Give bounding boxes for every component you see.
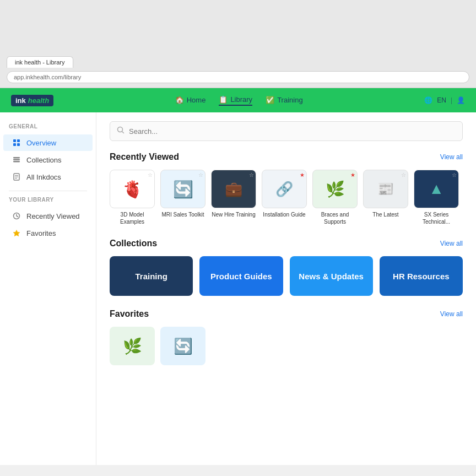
training-icon: ✅ bbox=[266, 96, 274, 104]
logo[interactable]: ink health bbox=[11, 95, 53, 106]
collections-icon bbox=[12, 155, 21, 164]
doc-thumb-installation: 🔗 ★ bbox=[262, 170, 307, 208]
nav-library[interactable]: 📋 Library bbox=[219, 95, 252, 106]
doc-label-installation: Installation Guide bbox=[263, 211, 305, 218]
svg-rect-1 bbox=[17, 139, 20, 142]
doc-thumb-braces: 🌿 ★ bbox=[312, 170, 358, 208]
doc-thumb-the-latest: 📰 ☆ bbox=[363, 170, 408, 208]
favorites-view-all[interactable]: View all bbox=[440, 310, 463, 318]
collections-grid: Training Product Guides News & Updates H… bbox=[110, 256, 463, 296]
svg-marker-12 bbox=[13, 230, 20, 236]
svg-rect-5 bbox=[13, 159, 20, 161]
svg-rect-0 bbox=[13, 139, 16, 142]
globe-icon: 🌐 bbox=[424, 96, 432, 104]
your-library-label: Your Library bbox=[0, 197, 96, 207]
favorites-icon bbox=[12, 229, 21, 237]
lang-label[interactable]: EN bbox=[437, 96, 446, 104]
sidebar-item-all-inkdocs[interactable]: All Inkdocs bbox=[3, 169, 93, 185]
collection-news-updates[interactable]: News & Updates bbox=[290, 256, 373, 296]
sidebar-item-overview[interactable]: Overview bbox=[3, 134, 93, 151]
star-btn-braces[interactable]: ★ bbox=[350, 172, 355, 178]
fav-card-2[interactable]: 🔄 bbox=[160, 327, 205, 365]
favorites-header: Favorites View all bbox=[110, 309, 463, 319]
svg-rect-2 bbox=[13, 143, 16, 146]
recently-viewed-view-all[interactable]: View all bbox=[440, 153, 463, 161]
doc-card-braces[interactable]: 🌿 ★ Braces and Supports bbox=[312, 170, 358, 225]
collection-training[interactable]: Training bbox=[110, 256, 193, 296]
recently-viewed-icon bbox=[12, 212, 21, 220]
doc-label-new-hire: New Hire Training bbox=[212, 211, 255, 218]
search-input[interactable] bbox=[129, 127, 456, 136]
nav-home-label: Home bbox=[187, 96, 206, 104]
doc-thumb-3d-model: 🫀 ☆ bbox=[110, 170, 155, 208]
favorites-title: Favorites bbox=[110, 309, 149, 319]
browser-tab[interactable]: ink health - Library bbox=[7, 56, 73, 68]
doc-card-sx-series[interactable]: ▲ ☆ SX Series Technical... bbox=[414, 170, 459, 225]
nav-right: 🌐 EN | 👤 bbox=[424, 96, 465, 104]
browser-chrome: ink health - Library app.inkhealth.com/l… bbox=[0, 0, 476, 88]
logo-ink: ink bbox=[15, 96, 26, 105]
doc-label-sx-series: SX Series Technical... bbox=[414, 211, 458, 225]
star-btn-installation[interactable]: ★ bbox=[300, 172, 305, 178]
star-btn-sx-series[interactable]: ☆ bbox=[452, 172, 457, 178]
nav-training-label: Training bbox=[277, 96, 302, 104]
content-area: Recently Viewed View all 🫀 ☆ 3D Model Ex… bbox=[96, 112, 476, 465]
logo-health: health bbox=[28, 96, 49, 105]
sidebar-divider bbox=[9, 191, 87, 191]
recently-viewed-header: Recently Viewed View all bbox=[110, 152, 463, 162]
sidebar-item-recently-viewed[interactable]: Recently Viewed bbox=[3, 208, 93, 224]
general-section-label: General bbox=[0, 123, 96, 134]
star-btn-3d-model[interactable]: ☆ bbox=[148, 172, 153, 178]
star-btn-the-latest[interactable]: ☆ bbox=[401, 172, 406, 178]
all-inkdocs-label: All Inkdocs bbox=[26, 173, 61, 181]
collections-title: Collections bbox=[110, 239, 157, 248]
sidebar-item-favorites[interactable]: Favorites bbox=[3, 225, 93, 241]
fav-card-1[interactable]: 🌿 bbox=[110, 327, 155, 365]
svg-line-14 bbox=[122, 132, 124, 133]
nav-home[interactable]: 🏠 Home bbox=[175, 96, 206, 105]
doc-thumb-new-hire: 💼 ☆ bbox=[211, 170, 256, 208]
home-icon: 🏠 bbox=[175, 96, 184, 104]
doc-label-braces: Braces and Supports bbox=[313, 211, 357, 225]
doc-label-3d-model: 3D Model Examples bbox=[110, 211, 154, 225]
doc-label-the-latest: The Latest bbox=[372, 211, 398, 218]
doc-thumb-mri-sales: 🔄 ☆ bbox=[160, 170, 205, 208]
search-container bbox=[110, 121, 463, 141]
favorites-label: Favorites bbox=[26, 229, 56, 237]
library-icon: 📋 bbox=[219, 95, 228, 104]
collections-section: Collections View all Training Product Gu… bbox=[110, 239, 463, 296]
user-icon[interactable]: 👤 bbox=[457, 96, 465, 104]
nav-links: 🏠 Home 📋 Library ✅ Training bbox=[175, 95, 303, 106]
doc-card-mri-sales[interactable]: 🔄 ☆ MRI Sales Toolkit bbox=[160, 170, 205, 225]
browser-tabs: ink health - Library bbox=[7, 56, 469, 68]
sidebar-item-collections[interactable]: Collections bbox=[3, 152, 93, 168]
svg-rect-3 bbox=[17, 143, 20, 146]
doc-thumb-sx-series: ▲ ☆ bbox=[414, 170, 459, 208]
svg-rect-6 bbox=[13, 161, 20, 163]
address-bar[interactable]: app.inkhealth.com/library bbox=[7, 71, 469, 83]
doc-label-mri-sales: MRI Sales Toolkit bbox=[161, 211, 204, 218]
star-btn-mri-sales[interactable]: ☆ bbox=[198, 172, 203, 178]
collections-label: Collections bbox=[26, 156, 62, 164]
collection-hr-resources[interactable]: HR Resources bbox=[380, 256, 463, 296]
recently-viewed-title: Recently Viewed bbox=[110, 152, 179, 162]
doc-card-installation[interactable]: 🔗 ★ Installation Guide bbox=[262, 170, 307, 225]
collections-view-all[interactable]: View all bbox=[440, 240, 463, 247]
main-layout: General Overview Collections bbox=[0, 112, 476, 465]
doc-card-new-hire[interactable]: 💼 ☆ New Hire Training bbox=[211, 170, 256, 225]
all-inkdocs-icon bbox=[12, 172, 21, 181]
nav-training[interactable]: ✅ Training bbox=[266, 96, 302, 105]
svg-rect-4 bbox=[13, 157, 20, 159]
doc-card-the-latest[interactable]: 📰 ☆ The Latest bbox=[363, 170, 408, 225]
sidebar: General Overview Collections bbox=[0, 112, 96, 465]
top-nav: ink health 🏠 Home 📋 Library ✅ Training 🌐… bbox=[0, 88, 476, 112]
nav-library-label: Library bbox=[230, 95, 252, 104]
recently-viewed-cards: 🫀 ☆ 3D Model Examples 🔄 ☆ MRI Sales Tool… bbox=[110, 170, 463, 225]
favorites-section: Favorites View all 🌿 🔄 bbox=[110, 309, 463, 365]
collection-product-guides[interactable]: Product Guides bbox=[199, 256, 283, 296]
collections-header: Collections View all bbox=[110, 239, 463, 248]
star-btn-new-hire[interactable]: ☆ bbox=[249, 172, 254, 178]
doc-card-3d-model[interactable]: 🫀 ☆ 3D Model Examples bbox=[110, 170, 155, 225]
recently-viewed-section: Recently Viewed View all 🫀 ☆ 3D Model Ex… bbox=[110, 152, 463, 225]
search-input-wrap[interactable] bbox=[110, 121, 463, 141]
